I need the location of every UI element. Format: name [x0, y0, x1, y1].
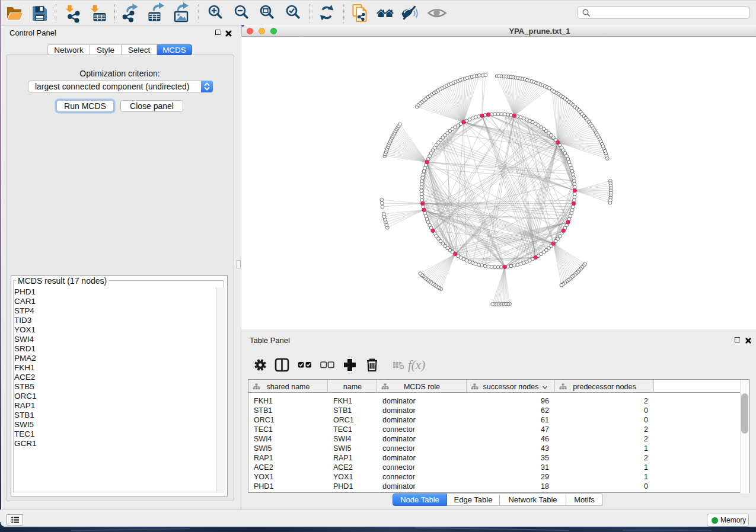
svg-text:f(x): f(x)	[408, 358, 425, 372]
